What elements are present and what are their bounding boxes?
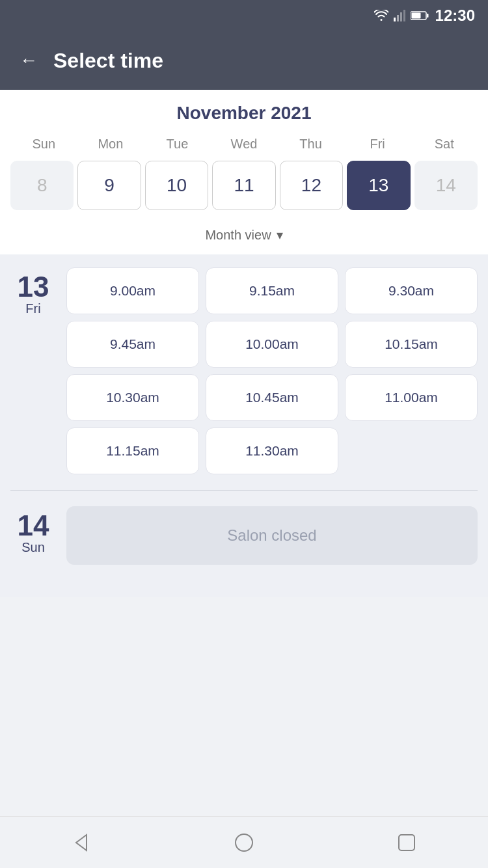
- nav-home-button[interactable]: [230, 828, 258, 857]
- svg-rect-0: [394, 18, 396, 21]
- battery-icon: [411, 10, 429, 21]
- cal-day-8[interactable]: 8: [10, 161, 74, 210]
- svg-rect-2: [400, 12, 402, 21]
- day-header-thu: Thu: [277, 134, 344, 154]
- chevron-down-icon: ▾: [277, 227, 283, 243]
- day-header-fri: Fri: [344, 134, 411, 154]
- time-slot-945[interactable]: 9.45am: [66, 321, 199, 368]
- day-headers: Sun Mon Tue Wed Thu Fri Sat: [10, 134, 478, 154]
- time-slot-1045[interactable]: 10.45am: [206, 374, 338, 421]
- cal-day-13[interactable]: 13: [347, 161, 410, 210]
- back-button[interactable]: ←: [20, 50, 38, 71]
- status-icons: [374, 10, 429, 21]
- time-slot-930[interactable]: 9.30am: [345, 267, 478, 314]
- time-slot-1000[interactable]: 10.00am: [206, 321, 338, 368]
- day-header-wed: Wed: [211, 134, 278, 154]
- day-header-tue: Tue: [144, 134, 211, 154]
- status-bar: 12:30: [0, 0, 488, 31]
- app-header: ← Select time: [0, 31, 488, 90]
- status-time: 12:30: [435, 7, 475, 25]
- svg-rect-3: [403, 10, 405, 21]
- day-num-14: 14: [18, 511, 49, 540]
- time-slot-1030[interactable]: 10.30am: [66, 374, 199, 421]
- day-name-13: Fri: [25, 301, 40, 316]
- time-section: 13 Fri 9.00am 9.15am 9.30am 9.45am 10.00…: [0, 254, 488, 597]
- recents-square-icon: [396, 832, 417, 853]
- day-block-13: 13 Fri 9.00am 9.15am 9.30am 9.45am 10.00…: [10, 267, 478, 474]
- day-header-sun: Sun: [10, 134, 77, 154]
- day-header-sat: Sat: [411, 134, 478, 154]
- svg-marker-7: [76, 835, 87, 850]
- day-name-14: Sun: [21, 540, 45, 555]
- wifi-icon: [374, 10, 388, 21]
- month-title: November 2021: [10, 103, 478, 124]
- cal-day-11[interactable]: 11: [212, 161, 275, 210]
- svg-rect-5: [411, 13, 420, 19]
- time-slot-900[interactable]: 9.00am: [66, 267, 199, 314]
- page-title: Select time: [53, 49, 163, 73]
- nav-back-button[interactable]: [67, 828, 96, 857]
- time-grid-13: 9.00am 9.15am 9.30am 9.45am 10.00am 10.1…: [66, 267, 478, 474]
- cal-day-10[interactable]: 10: [145, 161, 208, 210]
- day-header-mon: Mon: [77, 134, 144, 154]
- time-slot-1130[interactable]: 11.30am: [206, 427, 338, 474]
- day-block-14: 14 Sun Salon closed: [10, 506, 478, 565]
- day-label-13: 13 Fri: [10, 267, 56, 474]
- svg-rect-9: [399, 835, 414, 850]
- svg-rect-6: [427, 14, 429, 18]
- section-divider: [10, 490, 478, 491]
- salon-closed-label: Salon closed: [227, 526, 316, 545]
- time-slot-915[interactable]: 9.15am: [206, 267, 338, 314]
- bottom-nav: [0, 816, 488, 868]
- month-view-label: Month view: [205, 228, 271, 243]
- svg-point-8: [236, 834, 252, 851]
- time-slot-1015[interactable]: 10.15am: [345, 321, 478, 368]
- back-triangle-icon: [71, 832, 92, 853]
- time-slot-1100[interactable]: 11.00am: [345, 374, 478, 421]
- month-view-toggle[interactable]: Month view ▾: [10, 218, 478, 254]
- day-num-13: 13: [18, 273, 49, 301]
- calendar-section: November 2021 Sun Mon Tue Wed Thu Fri Sa…: [0, 90, 488, 254]
- cal-day-14[interactable]: 14: [414, 161, 478, 210]
- day-label-14: 14 Sun: [10, 506, 56, 565]
- salon-closed-card: Salon closed: [66, 506, 478, 565]
- time-slot-1115[interactable]: 11.15am: [66, 427, 199, 474]
- cal-day-12[interactable]: 12: [280, 161, 343, 210]
- cal-day-9[interactable]: 9: [77, 161, 141, 210]
- home-circle-icon: [234, 832, 254, 853]
- nav-recents-button[interactable]: [392, 828, 421, 857]
- calendar-row: 8 9 10 11 12 13 14: [10, 161, 478, 210]
- svg-rect-1: [397, 15, 399, 21]
- signal-icon: [394, 10, 405, 21]
